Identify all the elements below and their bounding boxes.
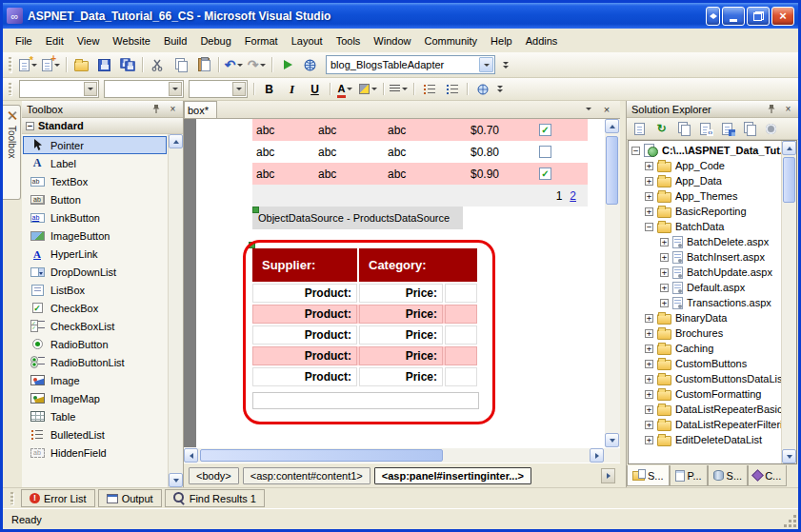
document-tab[interactable]: box* [184,101,217,118]
expand-glyph[interactable]: + [645,375,653,384]
scroll-up-button[interactable] [782,141,796,155]
close-button[interactable]: × [771,7,794,26]
expand-glyph[interactable]: + [645,207,653,216]
save-all-button[interactable] [116,55,138,75]
tab-solution-explorer[interactable]: S... [627,465,670,486]
expand-glyph[interactable]: + [645,390,653,399]
menu-debug[interactable]: Debug [193,31,237,50]
paste-button[interactable] [192,55,214,75]
tree-node-folder[interactable]: +DataListRepeaterBasics [631,402,780,417]
menu-format[interactable]: Format [238,31,285,50]
scrollbar-thumb[interactable] [783,157,795,203]
tree-node-file[interactable]: +BatchUpdate.aspx [631,265,780,280]
tree-node-file[interactable]: +Default.aspx [631,280,780,295]
auto-hide-pin-button[interactable] [149,103,163,116]
undo-button[interactable]: ↶ [223,55,245,75]
bulleted-list-button[interactable] [418,79,440,99]
toolbox-item-checkboxlist[interactable]: CheckBoxList [23,317,167,335]
toolbox-item-checkbox[interactable]: ✓CheckBox [23,299,167,317]
expand-glyph[interactable]: + [645,314,653,323]
design-canvas[interactable]: abc abc abc $0.70 ✓ abc abc abc $0.80 [184,119,605,447]
tree-node-folder[interactable]: +EditDeleteDataList [631,432,780,447]
editor-vertical-scrollbar[interactable] [605,119,620,447]
font-name-combo[interactable] [104,80,184,98]
block-format-combo[interactable] [19,80,99,98]
toolbox-scrollbar[interactable] [168,134,183,487]
toolbox-item-imagemap[interactable]: ImageMap [23,389,167,407]
underline-button[interactable]: U [304,79,326,99]
font-size-combo[interactable] [189,80,248,98]
toolbar-grip[interactable] [9,83,11,95]
expand-glyph[interactable]: + [660,253,669,262]
tree-node-file[interactable]: +Transactions.aspx [631,295,780,310]
tree-scrollbar[interactable] [781,141,796,463]
tree-node-folder[interactable]: +App_Themes [631,188,780,204]
objectdatasource-control[interactable]: ObjectDataSource - ProductsDataSource [252,207,463,229]
toolbox-item-label[interactable]: ALabel [23,154,167,172]
auto-hide-pin-button[interactable] [764,103,778,116]
scroll-down-button[interactable] [605,433,619,447]
font-size-combo-button[interactable] [232,82,246,96]
tree-node-file[interactable]: +BatchInsert.aspx [631,249,780,265]
highlight-button[interactable] [357,79,379,99]
start-debugging-button[interactable] [276,55,298,75]
tag-scroll-right-button[interactable] [601,468,615,483]
font-name-combo-button[interactable] [169,82,182,96]
toolbox-item-hiddenfield[interactable]: abHiddenField [23,443,167,462]
menu-build[interactable]: Build [157,31,193,50]
tag-body-button[interactable]: <body> [189,467,239,484]
toolbox-item-linkbutton[interactable]: abLinkButton [23,208,167,227]
expand-glyph[interactable]: + [645,192,653,201]
expand-glyph[interactable]: + [645,436,653,444]
expand-glyph[interactable]: + [660,284,669,292]
italic-button[interactable]: I [281,79,303,99]
expand-glyph[interactable]: + [660,238,669,246]
menu-tools[interactable]: Tools [330,31,368,50]
properties-button[interactable] [630,120,650,138]
tree-node-folder[interactable]: +CustomFormatting [631,386,780,402]
close-toolbox-button[interactable]: × [166,103,180,116]
toolbar-options-button[interactable] [500,62,511,69]
toolbox-item-button[interactable]: abButton [23,190,167,208]
menu-layout[interactable]: Layout [285,31,330,50]
tab-server-explorer[interactable]: S... [708,465,749,486]
inserting-interface-table[interactable]: Supplier: Category: Product: Price: Prod… [252,248,477,388]
menu-edit[interactable]: Edit [39,31,70,50]
tree-node-folder[interactable]: +App_Code [631,158,780,173]
toolbox-item-bulletedlist[interactable]: BulletedList [23,425,167,443]
tree-node-folder[interactable]: −BatchData [631,219,780,234]
tag-panel-button[interactable]: <asp:panel#insertinginter...> [374,467,531,484]
view-code-button[interactable]: ‹› [695,120,715,138]
toolbar-grip[interactable] [9,57,11,72]
menu-community[interactable]: Community [417,31,484,50]
scroll-up-button[interactable] [169,134,183,148]
aspnet-configuration-button[interactable] [761,120,781,138]
menu-file[interactable]: File [9,31,39,50]
expand-glyph[interactable]: + [645,360,653,368]
hyperlink-button[interactable] [471,79,493,99]
menu-view[interactable]: View [70,31,107,50]
expand-glyph[interactable]: + [645,162,653,170]
toolbar-options-button[interactable] [494,86,506,92]
expand-glyph[interactable]: − [631,147,640,155]
toolbox-item-image[interactable]: Image [23,371,167,389]
toolbox-item-table[interactable]: Table [23,407,167,425]
tree-node-folder[interactable]: +Brochures [631,325,780,341]
tab-class-view[interactable]: C... [748,465,787,486]
tree-node-folder[interactable]: +App_Data [631,173,780,188]
menu-website[interactable]: Website [106,31,157,50]
scrollbar-thumb[interactable] [606,136,618,205]
toolbar-grip[interactable] [10,492,13,504]
close-solution-explorer-button[interactable]: × [781,103,795,116]
toolbox-item-dropdownlist[interactable]: DropDownList [23,263,167,281]
expand-glyph[interactable]: + [645,329,653,338]
menu-addins[interactable]: Addins [519,31,565,50]
pager-page-link[interactable]: 2 [570,189,576,203]
expand-glyph[interactable]: + [645,421,653,429]
toolbox-item-pointer[interactable]: Pointer [23,136,167,154]
row-checkbox[interactable]: ✓ [539,124,551,136]
tree-node-folder[interactable]: +DataListRepeaterFilteri... [631,417,780,432]
active-files-dropdown-button[interactable] [581,102,596,116]
close-document-button[interactable]: × [599,102,614,116]
bold-button[interactable]: B [258,79,280,99]
